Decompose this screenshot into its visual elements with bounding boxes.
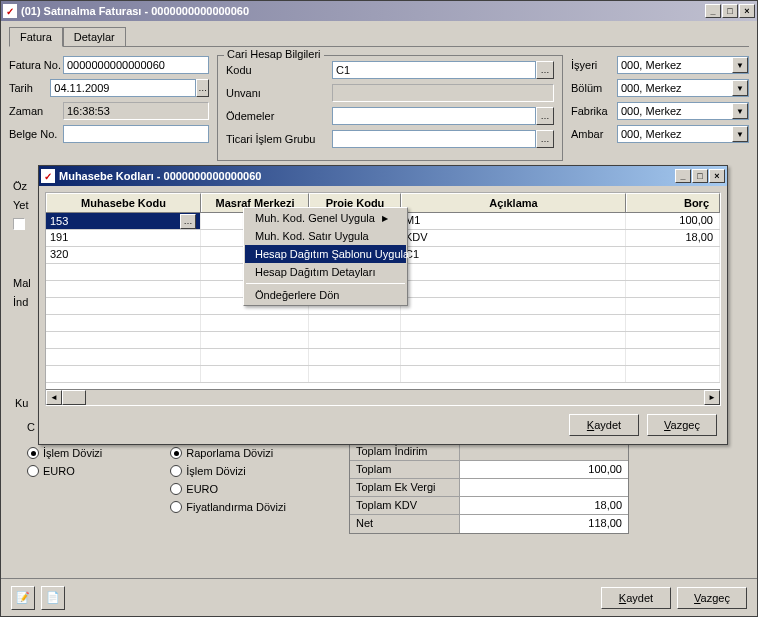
label-fatura-no: Fatura No. bbox=[9, 59, 63, 71]
input-kodu[interactable] bbox=[332, 61, 536, 79]
cell-desc[interactable]: C1 bbox=[401, 247, 626, 263]
form-left-column: Fatura No. Tarih … Zaman Belge No. bbox=[9, 55, 209, 161]
combo-isyeri[interactable]: 000, Merkez▼ bbox=[617, 56, 749, 74]
totals-table: Toplam İndirim Toplam100,00 Toplam Ek Ve… bbox=[349, 442, 629, 534]
dialog-save-button[interactable]: Kaydet bbox=[569, 414, 639, 436]
input-tarih[interactable] bbox=[50, 79, 196, 97]
document-icon[interactable]: 📄 bbox=[41, 586, 65, 610]
titlebar-main: ✓ (01) Satınalma Faturası - 000000000000… bbox=[1, 1, 757, 21]
input-fatura-no[interactable] bbox=[63, 56, 209, 74]
col-borc[interactable]: Borç bbox=[626, 193, 720, 212]
window-title: (01) Satınalma Faturası - 00000000000000… bbox=[21, 5, 705, 17]
ctx-muh-kod-genel[interactable]: Muh. Kod. Genel Uygula▶ bbox=[245, 209, 406, 227]
save-button-main[interactable]: Kaydet bbox=[601, 587, 671, 609]
ctx-hesap-dagitim-detay[interactable]: Hesap Dağıtım Detayları bbox=[245, 263, 406, 281]
checkbox-bg[interactable] bbox=[13, 218, 25, 230]
value-net: 118,00 bbox=[460, 515, 628, 533]
tab-detaylar[interactable]: Detaylar bbox=[63, 27, 126, 46]
ctx-muh-kod-satir[interactable]: Muh. Kod. Satır Uygula bbox=[245, 227, 406, 245]
radio-fiyat[interactable] bbox=[170, 501, 182, 513]
cari-hesap-group: Cari Hesap Bilgileri Kodu … Unvanı Ödeme… bbox=[217, 55, 563, 161]
input-odemeler[interactable] bbox=[332, 107, 536, 125]
label-c: C bbox=[27, 421, 35, 433]
tab-fatura[interactable]: Fatura bbox=[9, 27, 63, 47]
col-muhasebe-kodu[interactable]: Muhasebe Kodu bbox=[46, 193, 201, 212]
input-belge-no[interactable] bbox=[63, 125, 209, 143]
value-toplam: 100,00 bbox=[460, 461, 628, 478]
group-title-cari: Cari Hesap Bilgileri bbox=[224, 48, 324, 60]
ticari-lookup-button[interactable]: … bbox=[536, 130, 554, 148]
cell-desc[interactable]: M1 bbox=[401, 213, 626, 229]
label-unvani: Unvanı bbox=[226, 87, 332, 99]
cell-debit[interactable]: 100,00 bbox=[626, 213, 720, 229]
cell-debit[interactable] bbox=[626, 247, 720, 263]
dialog-title: Muhasebe Kodları - 0000000000000060 bbox=[59, 170, 675, 182]
label-net: Net bbox=[350, 515, 460, 533]
maximize-button[interactable]: □ bbox=[722, 4, 738, 18]
cell-code[interactable]: 153… bbox=[46, 213, 201, 229]
label-bolum: Bölüm bbox=[571, 82, 617, 94]
cell-debit[interactable]: 18,00 bbox=[626, 230, 720, 246]
chevron-down-icon[interactable]: ▼ bbox=[732, 57, 748, 73]
dialog-cancel-button[interactable]: Vazgeç bbox=[647, 414, 717, 436]
cell-code[interactable]: 191 bbox=[46, 230, 201, 246]
label-kdv: Toplam KDV bbox=[350, 497, 460, 514]
radio-euro-1[interactable] bbox=[27, 465, 39, 477]
scroll-left-button[interactable]: ◄ bbox=[46, 390, 62, 405]
label-belge-no: Belge No. bbox=[9, 128, 63, 140]
notes-icon[interactable]: 📝 bbox=[11, 586, 35, 610]
input-unvani bbox=[332, 84, 554, 102]
label-zaman: Zaman bbox=[9, 105, 63, 117]
dialog-maximize-button[interactable]: □ bbox=[692, 169, 708, 183]
dialog-close-button[interactable]: × bbox=[709, 169, 725, 183]
grid-row[interactable] bbox=[46, 366, 720, 383]
dialog-minimize-button[interactable]: _ bbox=[675, 169, 691, 183]
dialog-titlebar: ✓ Muhasebe Kodları - 0000000000000060 _ … bbox=[39, 166, 727, 186]
label-ticari: Ticari İşlem Grubu bbox=[226, 133, 332, 145]
date-picker-button[interactable]: … bbox=[196, 79, 209, 97]
currency-radio-groups: İşlem Dövizi EURO Raporlama Dövizi İşlem… bbox=[23, 438, 290, 522]
context-menu: Muh. Kod. Genel Uygula▶ Muh. Kod. Satır … bbox=[243, 207, 408, 306]
label-fabrika: Fabrika bbox=[571, 105, 617, 117]
label-tarih: Tarih bbox=[9, 82, 50, 94]
label-ambar: Ambar bbox=[571, 128, 617, 140]
bottom-toolbar: 📝 📄 Kaydet Vazgeç bbox=[1, 578, 757, 616]
input-zaman[interactable] bbox=[63, 102, 209, 120]
menu-separator bbox=[246, 283, 405, 284]
cell-lookup-button[interactable]: … bbox=[180, 214, 196, 229]
combo-bolum[interactable]: 000, Merkez▼ bbox=[617, 79, 749, 97]
ctx-ondegerlere-don[interactable]: Öndeğerlere Dön bbox=[245, 286, 406, 304]
radio-raporlama[interactable] bbox=[170, 447, 182, 459]
cancel-button-main[interactable]: Vazgeç bbox=[677, 587, 747, 609]
chevron-down-icon[interactable]: ▼ bbox=[732, 80, 748, 96]
tabs: Fatura Detaylar bbox=[9, 27, 749, 47]
ctx-hesap-dagitim-sablonu[interactable]: Hesap Dağıtım Şablonu Uygula bbox=[245, 245, 406, 263]
combo-fabrika[interactable]: 000, Merkez▼ bbox=[617, 102, 749, 120]
radio-islem-dovizi-2[interactable] bbox=[170, 465, 182, 477]
label-toplam: Toplam bbox=[350, 461, 460, 478]
grid-horizontal-scrollbar[interactable]: ◄ ► bbox=[46, 389, 720, 405]
label-ek-vergi: Toplam Ek Vergi bbox=[350, 479, 460, 496]
radio-euro-2[interactable] bbox=[170, 483, 182, 495]
form-right-column: İşyeri 000, Merkez▼ Bölüm 000, Merkez▼ F… bbox=[571, 55, 749, 161]
grid-row[interactable] bbox=[46, 349, 720, 366]
radio-islem-dovizi-1[interactable] bbox=[27, 447, 39, 459]
minimize-button[interactable]: _ bbox=[705, 4, 721, 18]
scroll-thumb[interactable] bbox=[62, 390, 86, 405]
chevron-down-icon[interactable]: ▼ bbox=[732, 103, 748, 119]
close-button[interactable]: × bbox=[739, 4, 755, 18]
odemeler-lookup-button[interactable]: … bbox=[536, 107, 554, 125]
app-icon: ✓ bbox=[3, 4, 17, 18]
grid-row[interactable] bbox=[46, 332, 720, 349]
combo-ambar[interactable]: 000, Merkez▼ bbox=[617, 125, 749, 143]
chevron-down-icon[interactable]: ▼ bbox=[732, 126, 748, 142]
grid-row[interactable] bbox=[46, 315, 720, 332]
cell-code[interactable]: 320 bbox=[46, 247, 201, 263]
label-kodu: Kodu bbox=[226, 64, 332, 76]
cell-desc[interactable]: KDV bbox=[401, 230, 626, 246]
kodu-lookup-button[interactable]: … bbox=[536, 61, 554, 79]
label-toplam-indirim: Toplam İndirim bbox=[350, 443, 460, 460]
col-aciklama[interactable]: Açıklama bbox=[401, 193, 626, 212]
input-ticari[interactable] bbox=[332, 130, 536, 148]
scroll-right-button[interactable]: ► bbox=[704, 390, 720, 405]
